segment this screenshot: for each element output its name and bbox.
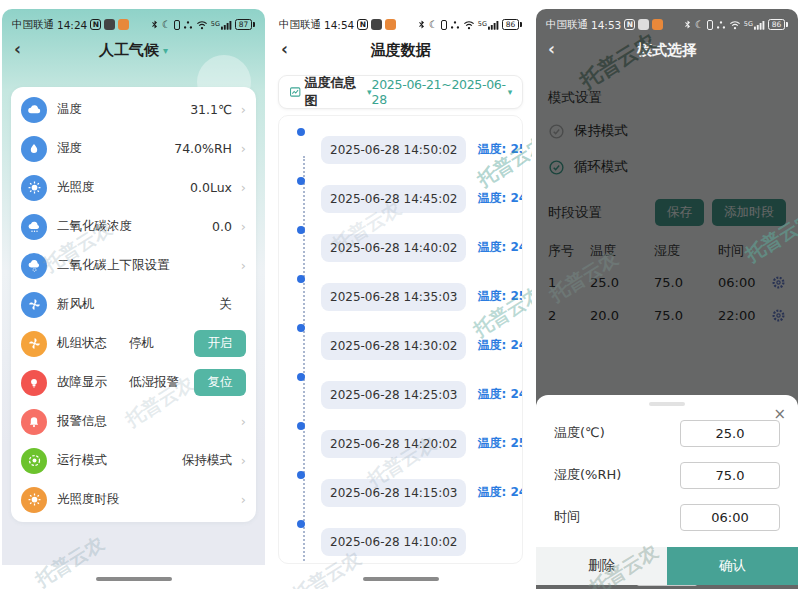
- timeline-entry[interactable]: 2025-06-28 14:30:02 温度: 24.102℃: [279, 321, 522, 370]
- app-header: ‹ 人工气候 ▾: [2, 33, 265, 67]
- unit-status-value: 停机: [129, 335, 154, 352]
- entry-temperature: 温度: 24.102℃: [477, 337, 523, 354]
- row-humidity[interactable]: 湿度 74.0%RH ›: [21, 129, 246, 168]
- row-fault-display: 故障显示 低湿报警 复位: [21, 363, 246, 402]
- timeline-entry[interactable]: 2025-06-28 14:40:02 温度: 24.937℃: [279, 223, 522, 272]
- close-icon[interactable]: ×: [773, 407, 786, 422]
- back-icon[interactable]: ‹: [548, 39, 555, 59]
- row-value: 31.1℃: [190, 102, 232, 117]
- vibrate-icon: [707, 20, 713, 30]
- back-icon[interactable]: ‹: [281, 39, 288, 59]
- alarm-icon: [371, 19, 382, 30]
- entry-datetime: 2025-06-28 14:30:02: [321, 332, 466, 360]
- wifi-icon: [463, 20, 475, 30]
- signal-icon: [221, 20, 232, 30]
- chevron-right-icon: ›: [232, 141, 246, 156]
- timeline-dot-icon: [297, 471, 305, 479]
- clock-label: 14:24: [57, 19, 87, 31]
- timeline-entry[interactable]: 2025-06-28 14:35:03 温度: 25.368℃: [279, 272, 522, 321]
- do-not-disturb-icon: ☾: [695, 19, 704, 30]
- row-light-period[interactable]: 光照度时段 ›: [21, 480, 246, 519]
- confirm-button[interactable]: 确认: [667, 547, 798, 585]
- temperature-data-screen: 中国联通 14:54 N ☾ 5G 86 ‹ 温度数据: [269, 9, 532, 589]
- wifi-icon: [196, 20, 208, 30]
- co2-settings-cloud-icon: [21, 253, 47, 279]
- chevron-right-icon: ›: [232, 219, 246, 234]
- status-bar: 中国联通 14:53 N ☾ 5G 86: [536, 9, 798, 33]
- reset-button[interactable]: 复位: [194, 369, 246, 396]
- signal-icon: [488, 20, 499, 30]
- row-co2-concentration[interactable]: 二氧化碳浓度 0.0 ›: [21, 207, 246, 246]
- hotspot-icon: [183, 20, 193, 30]
- humidity-input[interactable]: [680, 462, 780, 489]
- app-header: 中国联通 14:53 N ☾ 5G 86 ‹: [536, 9, 798, 67]
- row-value: 关: [220, 296, 233, 313]
- title-dropdown-icon[interactable]: ▾: [163, 45, 168, 56]
- network-type-label: 5G: [478, 20, 487, 28]
- chart-type-selector[interactable]: 温度信息图 ▾: [289, 74, 372, 110]
- do-not-disturb-icon: ☾: [162, 19, 171, 30]
- row-label: 新风机: [57, 296, 95, 313]
- network-type-label: 5G: [211, 20, 220, 28]
- bluetooth-icon: [683, 19, 692, 30]
- entry-temperature: 温度: 25.344℃: [477, 435, 523, 452]
- carrier-label: 中国联通: [279, 18, 321, 32]
- entry-temperature: 温度: 24.1℃: [477, 190, 523, 207]
- entry-datetime: 2025-06-28 14:40:02: [321, 234, 466, 262]
- filter-bar: 温度信息图 ▾ 2025-06-21~2025-06-28 ▾: [278, 75, 523, 109]
- app-notification-icon: [652, 19, 663, 30]
- vibrate-icon: [441, 20, 447, 30]
- title-row: ‹ 模式选择: [536, 33, 798, 67]
- timeline-entry[interactable]: 2025-06-28 14:45:02 温度: 24.1℃: [279, 174, 522, 223]
- field-time: 时间: [554, 496, 780, 538]
- entry-temperature: 温度: 25.368℃: [477, 288, 523, 305]
- wifi-icon: [729, 20, 741, 30]
- row-temperature[interactable]: 温度 31.1℃ ›: [21, 90, 246, 129]
- chevron-right-icon: ›: [232, 453, 246, 468]
- back-icon[interactable]: ‹: [14, 39, 21, 59]
- entry-datetime: 2025-06-28 14:35:03: [321, 283, 466, 311]
- entry-datetime: 2025-06-28 14:50:02: [321, 136, 466, 164]
- bottom-bar: [2, 565, 265, 589]
- battery-icon: 86: [768, 19, 788, 30]
- line-chart-icon: [289, 85, 301, 99]
- home-indicator[interactable]: [363, 577, 439, 581]
- row-co2-limit-settings[interactable]: 二氧化碳上下限设置 ›: [21, 246, 246, 285]
- timeline-entry[interactable]: 2025-06-28 14:20:02 温度: 25.344℃: [279, 419, 522, 468]
- home-indicator[interactable]: [96, 577, 172, 581]
- row-run-mode[interactable]: 运行模式 保持模式 ›: [21, 441, 246, 480]
- entry-datetime: 2025-06-28 14:10:02: [321, 528, 466, 556]
- nfc-icon: N: [357, 19, 368, 30]
- signal-icon: [754, 20, 765, 30]
- bottom-bar: [269, 565, 532, 589]
- delete-button[interactable]: 删除: [536, 547, 667, 585]
- field-label: 温度(℃): [554, 424, 605, 442]
- timeline-entry[interactable]: 2025-06-28 14:50:02 温度: 25.366℃: [279, 125, 522, 174]
- entry-datetime: 2025-06-28 14:20:02: [321, 430, 466, 458]
- row-label: 机组状态: [57, 335, 107, 352]
- row-fresh-air-machine[interactable]: 新风机 关: [21, 285, 246, 324]
- time-input[interactable]: [680, 504, 780, 531]
- row-value: 0.0Lux: [190, 180, 232, 195]
- field-humidity: 湿度(%RH): [554, 454, 780, 496]
- timeline-dot-icon: [297, 520, 305, 528]
- field-label: 湿度(%RH): [554, 466, 621, 484]
- timeline-entry[interactable]: 2025-06-28 14:25:03 温度: 24.919℃: [279, 370, 522, 419]
- row-light-intensity[interactable]: 光照度 0.0Lux ›: [21, 168, 246, 207]
- alarm-bell-icon: [21, 409, 47, 435]
- sun-period-icon: [21, 487, 47, 513]
- timeline-entry-partial[interactable]: 2025-06-28 14:10:02: [279, 517, 522, 564]
- climate-screen: 中国联通 14:24 N ☾ 5G 87 ‹ 人工气候 ▾: [2, 9, 265, 589]
- chevron-right-icon: ›: [232, 180, 246, 195]
- date-range-selector[interactable]: 2025-06-21~2025-06-28 ▾: [372, 77, 512, 107]
- hotspot-icon: [450, 20, 460, 30]
- temperature-input[interactable]: [680, 420, 780, 447]
- bluetooth-icon: [417, 19, 426, 30]
- row-alarm-info[interactable]: 报警信息 ›: [21, 402, 246, 441]
- status-bar: 中国联通 14:24 N ☾ 5G 87: [2, 9, 265, 33]
- clock-label: 14:54: [324, 19, 354, 31]
- clock-label: 14:53: [591, 19, 621, 31]
- timeline-entry[interactable]: 2025-06-28 14:15:03 温度: 24.051℃: [279, 468, 522, 517]
- timeline-dot-icon: [297, 324, 305, 332]
- start-button[interactable]: 开启: [194, 330, 246, 357]
